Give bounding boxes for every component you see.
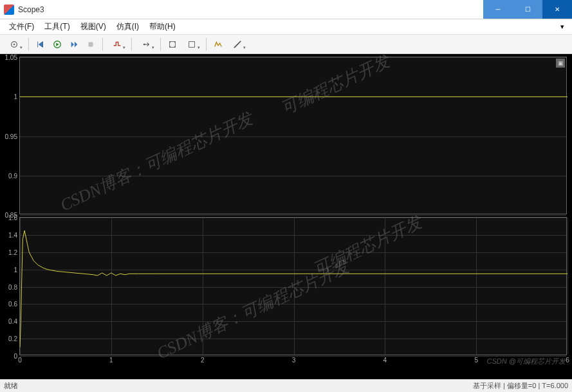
maximize-button[interactable]: ☐	[513, 0, 542, 19]
stop-button[interactable]	[83, 37, 98, 52]
y-tick: 0.8	[8, 283, 17, 290]
step-button[interactable]	[66, 37, 82, 52]
close-button[interactable]: ✕	[542, 0, 572, 19]
axes-top[interactable]: ▣ 0.850.90.9511.05	[19, 57, 567, 214]
run-button[interactable]	[50, 37, 65, 52]
separator	[160, 38, 161, 51]
app-icon	[4, 5, 14, 15]
svg-point-1	[14, 43, 15, 45]
svg-point-4	[143, 43, 145, 45]
plot-area: ▣ 0.850.90.9511.05 00.20.40.60.811.21.41…	[0, 54, 572, 379]
menubar: 文件(F) 工具(T) 视图(V) 仿真(I) 帮助(H) ▾	[0, 19, 572, 35]
x-tick: 2	[201, 357, 205, 364]
measure-button[interactable]	[227, 37, 248, 52]
window-controls: ─ ☐ ✕	[483, 0, 572, 19]
axes-bottom[interactable]: 00.20.40.60.811.21.41.60123456	[19, 217, 567, 355]
x-tick: 6	[566, 357, 569, 364]
menu-simulation[interactable]: 仿真(I)	[111, 20, 144, 33]
minimize-button[interactable]: ─	[483, 0, 513, 19]
config-button[interactable]	[4, 37, 24, 52]
rewind-button[interactable]	[33, 37, 48, 52]
separator	[28, 38, 29, 51]
y-tick: 1	[14, 93, 17, 100]
trigger-button[interactable]	[107, 37, 127, 52]
x-tick: 4	[383, 357, 387, 364]
statusbar: 就绪 基于采样 | 偏移量=0 | T=6.000	[0, 379, 572, 392]
y-tick: 0.2	[8, 335, 17, 342]
y-tick: 1	[14, 266, 17, 273]
separator	[131, 38, 132, 51]
x-tick: 5	[474, 357, 478, 364]
x-tick: 1	[109, 357, 113, 364]
window-title: Scope3	[18, 5, 483, 14]
menu-help[interactable]: 帮助(H)	[144, 20, 181, 33]
menu-view[interactable]: 视图(V)	[75, 20, 111, 33]
y-tick: 1.4	[8, 231, 17, 238]
svg-rect-3	[89, 42, 93, 46]
status-ready: 就绪	[4, 381, 473, 391]
menu-tools[interactable]: 工具(T)	[39, 20, 75, 33]
y-tick: 1.05	[5, 54, 17, 61]
y-tick: 0.6	[8, 301, 17, 308]
y-tick: 0	[14, 353, 17, 360]
x-tick: 0	[18, 357, 22, 364]
titlebar: Scope3 ─ ☐ ✕	[0, 0, 572, 19]
y-tick: 0.4	[8, 318, 17, 325]
svg-rect-6	[189, 41, 195, 47]
signal-button[interactable]	[210, 37, 226, 52]
menu-file[interactable]: 文件(F)	[4, 20, 39, 33]
separator	[206, 38, 207, 51]
y-tick: 0.95	[5, 133, 17, 140]
x-tick: 3	[292, 357, 296, 364]
zoom-fit-button[interactable]	[165, 37, 180, 52]
status-time: 基于采样 | 偏移量=0 | T=6.000	[473, 381, 568, 391]
y-tick: 1.2	[8, 248, 17, 256]
footer-credit: CSDN @可编程芯片开发	[487, 357, 566, 366]
menu-quick-access[interactable]: ▾	[557, 23, 568, 31]
zoom-button[interactable]	[181, 37, 202, 52]
toolbar	[0, 35, 572, 54]
cursor-button[interactable]	[136, 37, 156, 52]
y-tick: 1.6	[8, 214, 17, 221]
y-tick: 0.9	[8, 172, 17, 179]
separator	[102, 38, 103, 51]
